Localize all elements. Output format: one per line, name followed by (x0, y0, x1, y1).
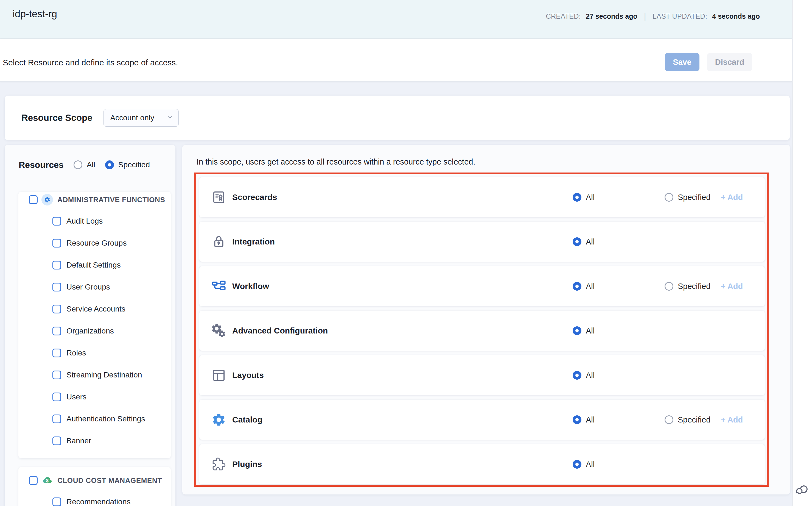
group-checkbox[interactable] (29, 476, 37, 485)
workflow-icon (211, 279, 226, 293)
list-item[interactable]: Resource Groups (18, 232, 171, 254)
resources-panel: Resources All Specified ADMINISTRATIVE F… (5, 145, 176, 506)
row-option-specified[interactable]: Specified (665, 282, 710, 291)
checkbox-item-label: Authentication Settings (67, 415, 145, 423)
group-label: ADMINISTRATIVE FUNCTIONS (58, 195, 165, 204)
resource-group-header: $ CLOUD COST MANAGEMENT (18, 475, 171, 486)
row-option-specified[interactable]: Specified (665, 193, 710, 202)
toolbar-description: Select Resource and define its scope of … (3, 58, 178, 67)
save-button[interactable]: Save (665, 53, 699, 71)
radio-specified-icon[interactable] (665, 193, 673, 202)
row-option-all[interactable]: All (573, 415, 595, 424)
checkbox[interactable] (53, 327, 61, 335)
list-item[interactable]: Default Settings (18, 254, 171, 276)
chat-bubbles-icon[interactable] (794, 482, 810, 498)
checkbox-item-label: Service Accounts (67, 305, 125, 314)
radio-all-icon[interactable] (573, 193, 582, 202)
row-specified-label: Specified (678, 193, 710, 202)
resource-row-label: Advanced Configuration (232, 326, 328, 335)
radio-all-icon[interactable] (573, 237, 582, 246)
row-option-all[interactable]: All (573, 237, 595, 246)
row-option-all[interactable]: All (573, 193, 595, 202)
list-item[interactable]: Streaming Destination (18, 364, 171, 386)
resources-group-list: ADMINISTRATIVE FUNCTIONS Audit Logs Reso… (18, 192, 171, 506)
checkbox[interactable] (53, 370, 61, 380)
checkbox[interactable] (53, 415, 61, 423)
checkbox[interactable] (53, 349, 61, 357)
resources-option-specified[interactable]: Specified (105, 160, 150, 169)
list-item[interactable]: Recommendations (18, 491, 171, 506)
row-all-label: All (586, 326, 595, 335)
group-label: CLOUD COST MANAGEMENT (58, 476, 162, 485)
discard-button[interactable]: Discard (707, 53, 752, 71)
resource-row-label: Layouts (232, 370, 264, 380)
resource-scope-value: Account only (110, 113, 154, 122)
header-meta: CREATED: 27 seconds ago | LAST UPDATED: … (546, 11, 760, 21)
resource-group-header: ADMINISTRATIVE FUNCTIONS (18, 194, 171, 205)
lock-icon (211, 234, 226, 249)
scorecard-icon (211, 190, 226, 205)
radio-all-icon[interactable] (573, 371, 582, 380)
add-button[interactable]: + Add (721, 193, 743, 202)
row-all-label: All (586, 460, 595, 469)
list-item[interactable]: Organizations (18, 320, 171, 342)
resource-row-label: Integration (232, 237, 275, 246)
checkbox[interactable] (53, 217, 61, 226)
add-button[interactable]: + Add (721, 282, 743, 291)
checkbox[interactable] (53, 239, 61, 248)
radio-all-icon[interactable] (573, 326, 582, 335)
checkbox[interactable] (53, 436, 61, 445)
radio-all-icon[interactable] (573, 415, 582, 424)
updated-label: LAST UPDATED: (653, 12, 707, 20)
radio-all-icon[interactable] (573, 460, 582, 469)
list-item[interactable]: Audit Logs (18, 210, 171, 232)
list-item[interactable]: User Groups (18, 276, 171, 298)
checkbox-item-label: Resource Groups (67, 239, 126, 248)
checkbox[interactable] (53, 498, 61, 506)
checkbox-item-label: Organizations (67, 327, 114, 335)
radio-specified-icon[interactable] (665, 282, 673, 290)
gears-icon (211, 323, 226, 338)
resources-option-specified-label: Specified (118, 160, 150, 169)
toolbar: Select Resource and define its scope of … (0, 39, 792, 82)
row-option-specified[interactable]: Specified (665, 415, 710, 424)
row-all-label: All (586, 237, 595, 246)
checkbox[interactable] (53, 283, 61, 291)
layout-icon (211, 368, 226, 383)
resource-type-row: Layouts All (199, 355, 765, 395)
radio-specified-icon[interactable] (105, 160, 114, 169)
list-item[interactable]: Authentication Settings (18, 408, 171, 430)
row-option-all[interactable]: All (573, 326, 595, 335)
resource-row-label: Workflow (232, 281, 269, 291)
checkbox[interactable] (53, 305, 61, 314)
group-checkbox[interactable] (29, 195, 37, 204)
radio-all-icon[interactable] (74, 160, 82, 169)
scope-section: In this scope, users get access to all r… (182, 145, 790, 495)
radio-all-icon[interactable] (573, 282, 582, 290)
group-items: Audit Logs Resource Groups Default Setti… (18, 205, 171, 458)
svg-text:$: $ (46, 478, 48, 483)
checkbox-item-label: Banner (67, 436, 91, 445)
checkbox[interactable] (53, 261, 61, 269)
list-item[interactable]: Roles (18, 342, 171, 364)
list-item[interactable]: Users (18, 386, 171, 408)
created-label: CREATED: (546, 12, 581, 20)
list-item[interactable]: Service Accounts (18, 298, 171, 320)
resource-group-card: $ CLOUD COST MANAGEMENT Recommendations (18, 467, 171, 506)
resource-scope-dropdown[interactable]: Account only (103, 109, 179, 126)
checkbox[interactable] (53, 393, 61, 401)
toolbar-buttons: Save Discard (665, 53, 752, 71)
row-option-all[interactable]: All (573, 282, 595, 291)
row-option-all[interactable]: All (573, 460, 595, 469)
radio-specified-icon[interactable] (665, 415, 673, 424)
cloud-dollar-icon: $ (41, 475, 53, 486)
resource-scope-card: Resource Scope Account only (5, 96, 790, 140)
checkbox-item-label: Streaming Destination (67, 370, 142, 380)
resources-option-all[interactable]: All (74, 160, 95, 169)
group-items: Recommendations (18, 486, 171, 506)
list-item[interactable]: Banner (18, 430, 171, 452)
add-button[interactable]: + Add (721, 415, 743, 424)
row-option-all[interactable]: All (573, 371, 595, 380)
checkbox-item-label: Roles (67, 349, 86, 357)
puzzle-icon (211, 457, 226, 472)
